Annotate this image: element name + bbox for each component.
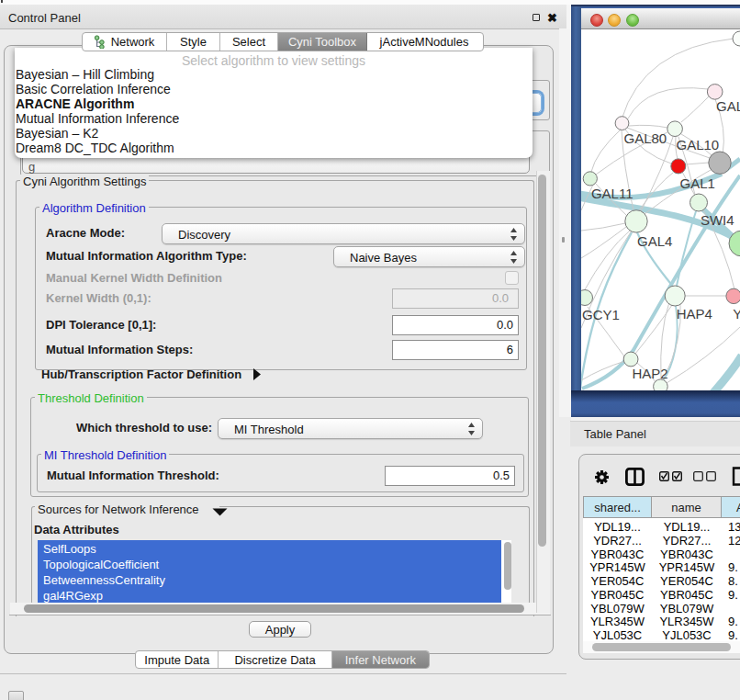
svg-text:GCY1: GCY1 [582,307,620,322]
svg-text:GAL11: GAL11 [591,186,633,201]
svg-text:YEL0: YEL0 [733,306,740,322]
svg-text:HAP2: HAP2 [633,366,668,381]
svg-text:GAL1: GAL1 [680,175,715,191]
svg-text:GAL10: GAL10 [677,137,720,152]
svg-text:GAL80: GAL80 [624,130,667,146]
svg-text:GAL7: GAL7 [716,98,740,114]
svg-text:GAL4: GAL4 [637,233,672,249]
svg-text:HAP4: HAP4 [677,306,712,322]
svg-text:SWI4: SWI4 [701,212,734,228]
